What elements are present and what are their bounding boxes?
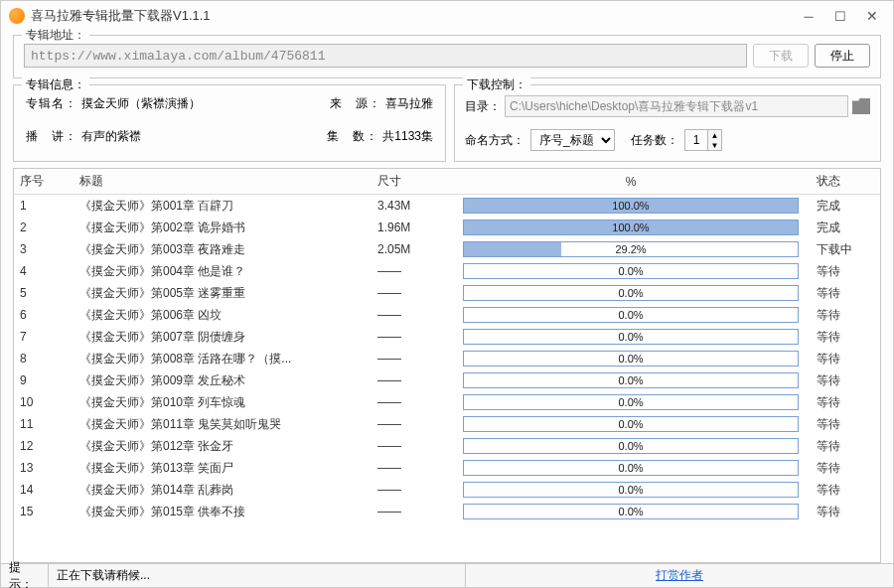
album-url-input[interactable] — [24, 44, 747, 68]
cell-status: 下载中 — [811, 238, 880, 260]
cell-title: 《摸金天师》第012章 张金牙 — [74, 435, 372, 457]
dir-input[interactable]: C:\Users\hiche\Desktop\喜马拉雅专辑下载器v1 — [505, 95, 848, 117]
download-button[interactable]: 下载 — [753, 44, 809, 68]
table-row[interactable]: 8《摸金天师》第008章 活路在哪？（摸...——0.0%等待 — [14, 348, 880, 369]
col-size-header[interactable]: 尺寸 — [372, 169, 451, 195]
cell-progress: 100.0% — [451, 195, 811, 218]
table-row[interactable]: 14《摸金天师》第014章 乱葬岗——0.0%等待 — [14, 479, 880, 501]
progress-bar: 0.0% — [463, 307, 799, 323]
cell-title: 《摸金天师》第003章 夜路难走 — [74, 238, 372, 260]
tasks-spinner[interactable]: 1 ▲ ▼ — [684, 129, 722, 151]
col-title-header[interactable]: 标题 — [74, 169, 372, 195]
cell-status: 等待 — [811, 282, 880, 304]
cell-idx: 1 — [14, 195, 74, 218]
cell-status: 等待 — [811, 435, 880, 457]
cell-progress: 0.0% — [451, 413, 811, 435]
spinner-up-icon[interactable]: ▲ — [707, 130, 721, 140]
table-row[interactable]: 6《摸金天师》第006章 凶坟——0.0%等待 — [14, 304, 880, 326]
cell-progress: 0.0% — [451, 501, 811, 522]
cell-status: 等待 — [811, 413, 880, 435]
progress-bar: 0.0% — [463, 394, 799, 410]
progress-bar: 0.0% — [463, 263, 799, 279]
progress-bar: 100.0% — [463, 220, 799, 235]
app-window: 喜马拉雅专辑批量下载器V1.1.1 ─ ☐ ✕ 下载 停止 专辑名： 摸金天师（… — [0, 0, 894, 588]
content-area: 下载 停止 专辑名： 摸金天师（紫襟演播） 来 源： 喜马拉雅 — [1, 31, 893, 563]
cell-size: 2.05M — [372, 238, 451, 260]
col-status-header[interactable]: 状态 — [811, 169, 880, 195]
donate-link[interactable]: 打赏作者 — [466, 564, 893, 587]
minimize-button[interactable]: ─ — [802, 9, 816, 23]
folder-icon[interactable] — [852, 98, 870, 114]
spinner-down-icon[interactable]: ▼ — [707, 140, 721, 150]
reader-value: 有声的紫襟 — [81, 128, 141, 145]
table-row[interactable]: 4《摸金天师》第004章 他是谁？——0.0%等待 — [14, 260, 880, 282]
count-value: 共1133集 — [382, 128, 433, 145]
window-title: 喜马拉雅专辑批量下载器V1.1.1 — [31, 7, 802, 25]
table-row[interactable]: 13《摸金天师》第013章 笑面尸——0.0%等待 — [14, 457, 880, 479]
tasks-label: 任务数： — [631, 132, 678, 149]
cell-progress: 0.0% — [451, 457, 811, 479]
cell-idx: 7 — [14, 326, 74, 348]
cell-title: 《摸金天师》第015章 供奉不接 — [74, 501, 372, 522]
progress-bar: 0.0% — [463, 329, 799, 345]
cell-title: 《摸金天师》第001章 百辟刀 — [74, 195, 372, 218]
hint-label: 提示： — [1, 564, 49, 587]
cell-idx: 11 — [14, 413, 74, 435]
col-pct-header[interactable]: % — [451, 169, 811, 195]
titlebar: 喜马拉雅专辑批量下载器V1.1.1 ─ ☐ ✕ — [1, 1, 893, 31]
cell-status: 等待 — [811, 369, 880, 391]
cell-title: 《摸金天师》第010章 列车惊魂 — [74, 391, 372, 413]
maximize-button[interactable]: ☐ — [833, 9, 847, 23]
cell-size: 3.43M — [372, 195, 451, 218]
table-row[interactable]: 3《摸金天师》第003章 夜路难走2.05M29.2%下载中 — [14, 238, 880, 260]
cell-progress: 100.0% — [451, 217, 811, 238]
cell-progress: 0.0% — [451, 326, 811, 348]
cell-progress: 0.0% — [451, 348, 811, 369]
cell-status: 等待 — [811, 457, 880, 479]
table-row[interactable]: 10《摸金天师》第010章 列车惊魂——0.0%等待 — [14, 391, 880, 413]
table-row[interactable]: 9《摸金天师》第009章 发丘秘术——0.0%等待 — [14, 369, 880, 391]
cell-idx: 3 — [14, 238, 74, 260]
cell-progress: 0.0% — [451, 479, 811, 501]
cell-progress: 0.0% — [451, 260, 811, 282]
cell-idx: 10 — [14, 391, 74, 413]
cell-size: —— — [372, 282, 451, 304]
progress-bar: 29.2% — [463, 241, 799, 257]
reader-label: 播 讲： — [26, 128, 77, 145]
table-row[interactable]: 15《摸金天师》第015章 供奉不接——0.0%等待 — [14, 501, 880, 522]
progress-bar: 0.0% — [463, 438, 799, 454]
close-button[interactable]: ✕ — [865, 9, 879, 23]
cell-size: 1.96M — [372, 217, 451, 238]
table-row[interactable]: 7《摸金天师》第007章 阴债缠身——0.0%等待 — [14, 326, 880, 348]
table-row[interactable]: 2《摸金天师》第002章 诡异婚书1.96M100.0%完成 — [14, 217, 880, 238]
album-info-fieldset: 专辑名： 摸金天师（紫襟演播） 来 源： 喜马拉雅 播 讲： 有声的紫襟 集 数… — [13, 84, 446, 162]
cell-progress: 29.2% — [451, 238, 811, 260]
app-icon — [9, 8, 25, 24]
tasks-value: 1 — [685, 133, 707, 147]
cell-idx: 12 — [14, 435, 74, 457]
window-controls: ─ ☐ ✕ — [802, 9, 879, 23]
cell-title: 《摸金天师》第009章 发丘秘术 — [74, 369, 372, 391]
table-row[interactable]: 12《摸金天师》第012章 张金牙——0.0%等待 — [14, 435, 880, 457]
naming-select[interactable]: 序号_标题 — [530, 129, 615, 151]
album-name-label: 专辑名： — [26, 95, 77, 112]
source-label: 来 源： — [330, 95, 381, 112]
cell-title: 《摸金天师》第005章 迷雾重重 — [74, 282, 372, 304]
table-row[interactable]: 5《摸金天师》第005章 迷雾重重——0.0%等待 — [14, 282, 880, 304]
cell-idx: 4 — [14, 260, 74, 282]
col-idx-header[interactable]: 序号 — [14, 169, 74, 195]
cell-status: 等待 — [811, 479, 880, 501]
table-row[interactable]: 11《摸金天师》第011章 鬼笑莫如听鬼哭——0.0%等待 — [14, 413, 880, 435]
cell-idx: 5 — [14, 282, 74, 304]
download-table: 序号 标题 尺寸 % 状态 1《摸金天师》第001章 百辟刀3.43M100.0… — [13, 168, 881, 563]
cell-idx: 13 — [14, 457, 74, 479]
address-fieldset: 下载 停止 — [13, 35, 881, 78]
stop-button[interactable]: 停止 — [815, 44, 870, 68]
progress-bar: 100.0% — [463, 198, 799, 214]
cell-title: 《摸金天师》第008章 活路在哪？（摸... — [74, 348, 372, 369]
table-row[interactable]: 1《摸金天师》第001章 百辟刀3.43M100.0%完成 — [14, 195, 880, 218]
cell-progress: 0.0% — [451, 304, 811, 326]
statusbar: 提示： 正在下载请稍候... 打赏作者 — [1, 563, 893, 587]
cell-progress: 0.0% — [451, 282, 811, 304]
count-label: 集 数： — [327, 128, 378, 145]
